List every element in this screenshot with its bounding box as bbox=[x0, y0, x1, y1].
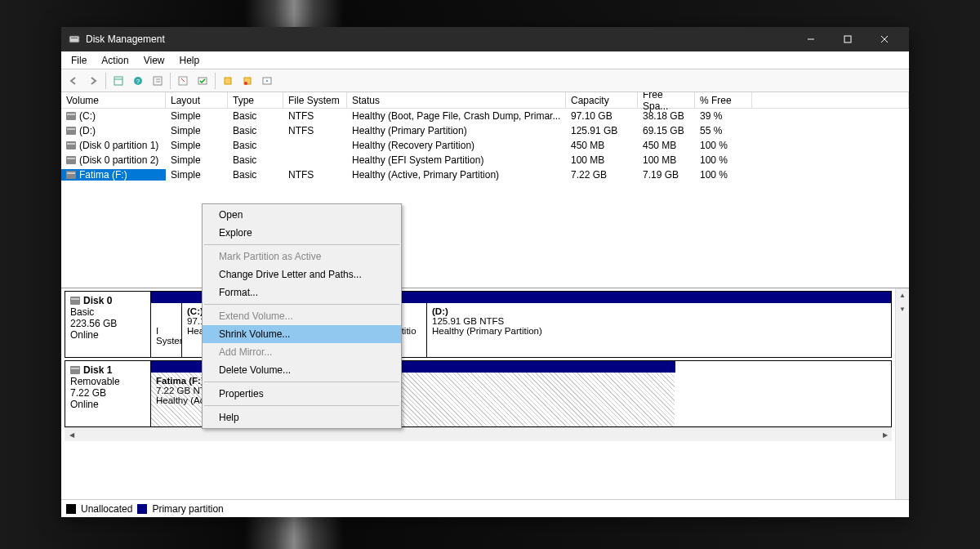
refresh-button[interactable] bbox=[174, 72, 192, 90]
scroll-down-icon[interactable]: ▼ bbox=[896, 302, 909, 316]
cell-type: Basic bbox=[228, 110, 283, 122]
cell-pct: 55 % bbox=[695, 125, 752, 136]
cell-vol: (D:) bbox=[61, 125, 166, 136]
cell-pct: 100 % bbox=[695, 140, 752, 151]
rescan-button[interactable] bbox=[194, 72, 212, 90]
volume-list: Volume Layout Type File System Status Ca… bbox=[61, 92, 909, 288]
ctx-extend: Extend Volume... bbox=[203, 307, 401, 325]
volume-row[interactable]: (D:)SimpleBasicNTFSHealthy (Primary Part… bbox=[61, 123, 909, 138]
ctx-properties[interactable]: Properties bbox=[203, 385, 401, 403]
col-type[interactable]: Type bbox=[228, 92, 283, 108]
scroll-up-icon[interactable]: ▲ bbox=[896, 288, 909, 302]
cell-pct: 39 % bbox=[695, 110, 752, 122]
partition[interactable]: I System bbox=[151, 303, 182, 357]
cell-cap: 100 MB bbox=[566, 154, 638, 166]
cell-vol: Fatima (F:) bbox=[61, 169, 166, 181]
col-capacity[interactable]: Capacity bbox=[566, 92, 638, 108]
disk-row: Disk 1Removable7.22 GBOnlineFatima (F:)7… bbox=[65, 360, 892, 427]
disk-graphical-view: ▲ ▼ Disk 0Basic223.56 GBOnlineI System(C… bbox=[61, 288, 909, 499]
forward-button[interactable] bbox=[84, 72, 102, 90]
menu-help[interactable]: Help bbox=[173, 53, 207, 68]
col-blank[interactable] bbox=[752, 92, 909, 108]
scroll-left-icon[interactable]: ◀ bbox=[65, 428, 78, 441]
disk-info[interactable]: Disk 0Basic223.56 GBOnline bbox=[65, 291, 151, 358]
volume-row[interactable]: (Disk 0 partition 1)SimpleBasicHealthy (… bbox=[61, 138, 909, 153]
cell-layout: Simple bbox=[166, 110, 228, 122]
cell-fs: NTFS bbox=[283, 110, 347, 122]
ctx-open[interactable]: Open bbox=[203, 206, 401, 224]
cell-layout: Simple bbox=[166, 140, 228, 151]
cell-free: 450 MB bbox=[638, 140, 695, 151]
volume-row[interactable]: (C:)SimpleBasicNTFSHealthy (Boot, Page F… bbox=[61, 109, 909, 123]
list-button[interactable] bbox=[149, 72, 167, 90]
cell-free: 100 MB bbox=[638, 154, 695, 166]
drive-icon bbox=[66, 171, 76, 179]
legend: Unallocated Primary partition bbox=[61, 499, 909, 517]
close-button[interactable] bbox=[866, 27, 902, 51]
legend-primary-swatch bbox=[137, 504, 147, 514]
col-volume[interactable]: Volume bbox=[61, 92, 166, 108]
cell-vol: (Disk 0 partition 2) bbox=[61, 154, 166, 166]
cell-status: Healthy (Boot, Page File, Crash Dump, Pr… bbox=[347, 110, 566, 122]
cell-free: 38.18 GB bbox=[638, 110, 695, 122]
ctx-mark-active: Mark Partition as Active bbox=[203, 248, 401, 266]
volume-row[interactable]: Fatima (F:)SimpleBasicNTFSHealthy (Activ… bbox=[61, 167, 909, 182]
ctx-shrink[interactable]: Shrink Volume... bbox=[203, 325, 401, 343]
help-button[interactable]: ? bbox=[129, 72, 147, 90]
col-status[interactable]: Status bbox=[347, 92, 566, 108]
menu-view[interactable]: View bbox=[137, 53, 172, 68]
drive-icon bbox=[66, 127, 76, 135]
disk-row: Disk 0Basic223.56 GBOnlineI System(C:)97… bbox=[65, 291, 892, 358]
app-icon bbox=[68, 33, 81, 46]
context-menu: Open Explore Mark Partition as Active Ch… bbox=[202, 203, 402, 429]
legend-unallocated-swatch bbox=[66, 504, 76, 514]
back-button[interactable] bbox=[65, 72, 82, 90]
horizontal-scrollbar[interactable]: ◀ ▶ bbox=[65, 427, 892, 441]
menu-action[interactable]: Action bbox=[95, 53, 135, 68]
cell-pct: 100 % bbox=[695, 154, 752, 166]
cell-type: Basic bbox=[228, 154, 283, 166]
volume-header: Volume Layout Type File System Status Ca… bbox=[61, 92, 909, 109]
ctx-mirror: Add Mirror... bbox=[203, 343, 401, 361]
titlebar[interactable]: Disk Management bbox=[61, 27, 909, 51]
col-layout[interactable]: Layout bbox=[166, 92, 228, 108]
cell-layout: Simple bbox=[166, 169, 228, 181]
volume-row[interactable]: (Disk 0 partition 2)SimpleBasicHealthy (… bbox=[61, 153, 909, 167]
svg-text:?: ? bbox=[136, 78, 140, 85]
col-free[interactable]: Free Spa... bbox=[638, 92, 695, 108]
ctx-delete[interactable]: Delete Volume... bbox=[203, 361, 401, 379]
cell-fs: NTFS bbox=[283, 169, 347, 181]
ctx-change-letter[interactable]: Change Drive Letter and Paths... bbox=[203, 266, 401, 283]
action-1-button[interactable] bbox=[219, 72, 237, 90]
settings-button[interactable] bbox=[258, 72, 276, 90]
cell-cap: 7.22 GB bbox=[566, 169, 638, 181]
cell-status: Healthy (Primary Partition) bbox=[347, 125, 566, 136]
scroll-right-icon[interactable]: ▶ bbox=[878, 428, 892, 441]
disk-info[interactable]: Disk 1Removable7.22 GBOnline bbox=[65, 360, 151, 427]
cell-fs: NTFS bbox=[283, 125, 347, 136]
partition[interactable]: (D:)125.91 GB NTFSHealthy (Primary Parti… bbox=[427, 303, 679, 357]
ctx-sep bbox=[204, 244, 399, 245]
ctx-help[interactable]: Help bbox=[203, 408, 401, 426]
ctx-format[interactable]: Format... bbox=[203, 283, 401, 301]
minimize-button[interactable] bbox=[792, 27, 829, 51]
menu-file[interactable]: File bbox=[65, 53, 93, 68]
action-2-button[interactable] bbox=[238, 72, 256, 90]
disk-icon bbox=[70, 366, 80, 374]
col-pctfree[interactable]: % Free bbox=[695, 92, 752, 108]
maximize-button[interactable] bbox=[829, 27, 866, 51]
cell-status: Healthy (EFI System Partition) bbox=[347, 154, 566, 166]
svg-rect-6 bbox=[114, 77, 122, 85]
cell-cap: 97.10 GB bbox=[566, 110, 638, 122]
col-fs[interactable]: File System bbox=[283, 92, 347, 108]
cell-free: 7.19 GB bbox=[638, 169, 695, 181]
drive-icon bbox=[66, 112, 76, 120]
svg-point-19 bbox=[266, 80, 268, 82]
ctx-sep bbox=[204, 405, 399, 406]
vertical-scrollbar[interactable]: ▲ ▼ bbox=[895, 288, 909, 499]
svg-rect-0 bbox=[69, 36, 79, 42]
svg-point-17 bbox=[244, 82, 247, 85]
ctx-explore[interactable]: Explore bbox=[203, 224, 401, 242]
show-hide-tree-button[interactable] bbox=[109, 72, 127, 90]
cell-vol: (Disk 0 partition 1) bbox=[61, 140, 166, 151]
